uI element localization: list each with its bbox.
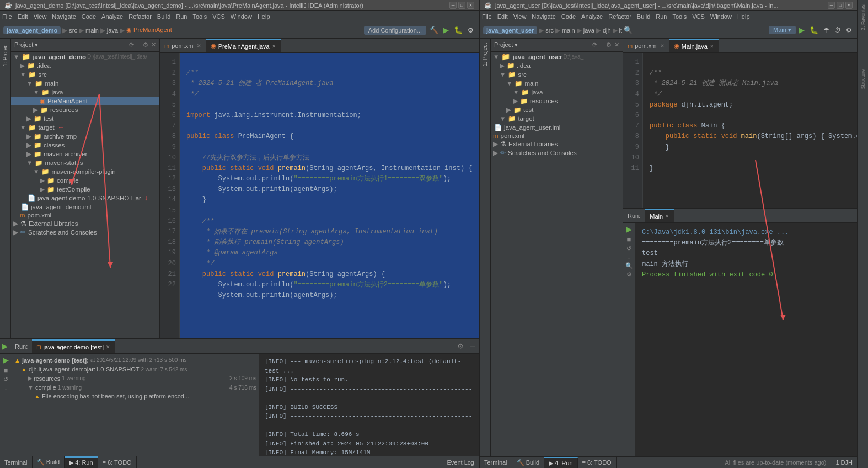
- tab-pom-xml-left[interactable]: mpom.xml✕: [160, 39, 206, 52]
- tree-item[interactable]: ▼📁maven-compiler-plugin: [11, 167, 159, 176]
- collapse-icon-right[interactable]: ≡: [600, 41, 603, 49]
- console-settings-btn[interactable]: ⚙: [626, 271, 632, 278]
- tree-item[interactable]: mpom.xml: [491, 132, 623, 140]
- menu-run-right[interactable]: Run: [656, 13, 667, 20]
- tree-item[interactable]: ▶⚗External Libraries: [11, 219, 159, 228]
- tree-item[interactable]: ▶📁archive-tmp: [11, 132, 159, 141]
- menu-tools-right[interactable]: Tools: [672, 13, 687, 20]
- menu-code-left[interactable]: Code: [82, 13, 96, 20]
- debug-btn-left[interactable]: 🐛: [452, 26, 464, 34]
- tab-terminal-right[interactable]: Terminal: [480, 457, 512, 468]
- menu-refactor-right[interactable]: Refactor: [608, 13, 631, 20]
- tab-todo-left[interactable]: ≡ 6: TODO: [98, 456, 137, 468]
- menu-help-right[interactable]: Help: [737, 13, 750, 20]
- tree-item[interactable]: mpom.xml: [11, 211, 159, 219]
- gear-icon-left[interactable]: ⚙: [143, 41, 148, 49]
- close-tree-icon-right[interactable]: ✕: [614, 41, 619, 49]
- run-icon[interactable]: ▶: [2, 342, 8, 350]
- menu-vcs-right[interactable]: VCS: [692, 13, 705, 20]
- menu-view-left[interactable]: View: [34, 13, 47, 20]
- run-item[interactable]: ▲ djh.itjava-agent-demojar:1.0-SNAPSHOT …: [12, 365, 259, 374]
- tree-item[interactable]: 📄java_agent_user.iml: [491, 123, 623, 132]
- tab-todo-right[interactable]: ≡ 6: TODO: [578, 457, 617, 468]
- console-rerun-btn[interactable]: ↺: [626, 245, 631, 252]
- run-btn-right[interactable]: ▶: [797, 26, 806, 34]
- console-scroll-btn[interactable]: ↓: [628, 254, 631, 260]
- debug-btn-right[interactable]: 🐛: [808, 26, 820, 34]
- run-item[interactable]: ▼ compile 1 warning 4 s 716 ms: [12, 383, 259, 392]
- tab-main-run[interactable]: Main✕: [645, 209, 674, 222]
- menu-navigate-left[interactable]: Navigate: [52, 13, 76, 20]
- run-item[interactable]: ▲ java-agent-demo [test]: at 2024/5/21 2…: [12, 356, 259, 365]
- minimize-btn-right[interactable]: ─: [828, 2, 835, 9]
- code-editor-right-top[interactable]: 1234567891011 /** * 2024-5-21 创建 测试者 Mai…: [623, 53, 857, 208]
- tree-item[interactable]: ▶📁compile: [11, 176, 159, 185]
- tree-item[interactable]: ▶📁resources: [491, 97, 623, 105]
- menu-window-right[interactable]: Window: [710, 13, 732, 20]
- run-item[interactable]: ▶ resources 1 warning 2 s 109 ms: [12, 374, 259, 383]
- menu-file-left[interactable]: File: [2, 13, 12, 20]
- tree-item[interactable]: ▼📁target: [491, 114, 623, 123]
- menu-file-right[interactable]: File: [482, 13, 492, 20]
- tree-item[interactable]: ▼📁src: [11, 70, 159, 79]
- tree-item[interactable]: ▼📁java: [491, 88, 623, 97]
- run-config-badge[interactable]: Main ▾: [769, 26, 796, 34]
- tab-main-java[interactable]: ◉Main.java✕: [669, 39, 719, 52]
- profile-btn[interactable]: ⏱: [833, 26, 843, 34]
- tree-item[interactable]: ▼📁main: [491, 79, 623, 88]
- code-editor-left[interactable]: 12345678910111213141516171819202122 /** …: [160, 53, 479, 338]
- project-stripe-left[interactable]: 1: Project: [0, 39, 11, 338]
- run-stop-btn[interactable]: ■: [4, 366, 8, 374]
- tab-run4-left[interactable]: ▶ 4: Run: [65, 456, 98, 468]
- menu-code-right[interactable]: Code: [561, 13, 576, 20]
- menu-help-left[interactable]: Help: [258, 13, 270, 20]
- tree-item[interactable]: ▶📁.idea: [11, 61, 159, 70]
- tree-item-scratches-right[interactable]: ▶✏Scratches and Consoles: [491, 148, 623, 157]
- tree-item[interactable]: ▶📁maven-archiver: [11, 150, 159, 158]
- project-name-badge[interactable]: java_agent_demo: [3, 26, 61, 34]
- sync-icon[interactable]: ⟳: [129, 41, 134, 49]
- tree-item[interactable]: ▼📁java_agent_demo D:\java_test\Intesij_i…: [11, 52, 159, 61]
- restore-btn-right[interactable]: □: [837, 2, 844, 9]
- tab-build-left[interactable]: 🔨 Build: [33, 456, 65, 468]
- code-content-left[interactable]: /** * 2024-5-21 创建 者 PreMainAgent.java *…: [180, 53, 479, 338]
- tab-terminal-left[interactable]: Terminal: [0, 456, 33, 468]
- tree-item-jar[interactable]: 📄java-agent-demo-1.0-SNAPSHOT.jar↓: [11, 194, 159, 203]
- tree-item[interactable]: ▶📁classes: [11, 141, 159, 150]
- menu-edit-left[interactable]: Edit: [18, 13, 28, 20]
- tree-item[interactable]: ▼📁main: [11, 79, 159, 88]
- tree-item[interactable]: ▼📁maven-status: [11, 158, 159, 167]
- menu-view-right[interactable]: View: [513, 13, 527, 20]
- settings-btn-right[interactable]: ⚙: [844, 26, 854, 34]
- fav-item-2[interactable]: Structure: [859, 67, 867, 92]
- tree-item[interactable]: ▶📁resources: [11, 105, 159, 114]
- menu-tools-left[interactable]: Tools: [192, 13, 207, 20]
- tab-premainagent-left[interactable]: ◉PreMainAgent.java✕: [206, 39, 281, 52]
- add-config-btn[interactable]: Add Configuration...: [364, 26, 426, 35]
- tree-item-user-root[interactable]: ▼📁java_agent_user D:\java_: [491, 52, 623, 61]
- tree-item[interactable]: 📄java_agent_demo.iml: [11, 203, 159, 211]
- tree-item[interactable]: ▶⚗External Libraries: [491, 140, 623, 148]
- project-stripe-right[interactable]: 1: Project: [480, 39, 491, 456]
- tree-item[interactable]: ▼📁src: [491, 70, 623, 79]
- close-btn-right[interactable]: ✕: [845, 2, 853, 9]
- console-run-btn[interactable]: ▶: [626, 225, 632, 233]
- menu-edit-right[interactable]: Edit: [497, 13, 508, 20]
- menu-run-left[interactable]: Run: [176, 13, 187, 20]
- run-play-btn[interactable]: ▶: [3, 356, 9, 364]
- close-tree-icon[interactable]: ✕: [151, 41, 156, 49]
- run-scroll-btn[interactable]: ↓: [4, 385, 8, 391]
- menu-window-left[interactable]: Window: [231, 13, 252, 20]
- close-btn[interactable]: ✕: [467, 2, 474, 9]
- tree-item-scratches-left[interactable]: ▶✏Scratches and Consoles: [11, 228, 159, 237]
- menu-refactor-left[interactable]: Refactor: [128, 13, 152, 20]
- menu-analyze-right[interactable]: Analyze: [581, 13, 603, 20]
- gear-icon-right[interactable]: ⚙: [606, 41, 612, 49]
- collapse-icon[interactable]: ≡: [137, 41, 140, 49]
- menu-build-left[interactable]: Build: [157, 13, 170, 20]
- build-btn[interactable]: 🔨: [428, 26, 440, 34]
- sync-icon-right[interactable]: ⟳: [592, 41, 597, 49]
- menu-build-right[interactable]: Build: [637, 13, 650, 20]
- tab-pom-xml-right[interactable]: mpom.xml✕: [623, 39, 669, 52]
- code-content-right[interactable]: /** * 2024-5-21 创建 测试者 Main.java */ pack…: [643, 53, 857, 208]
